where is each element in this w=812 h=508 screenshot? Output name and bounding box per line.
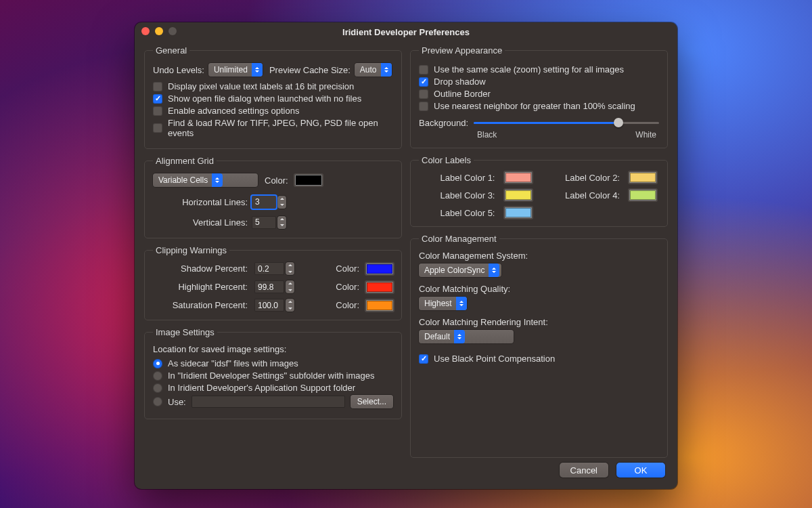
nearest-neighbor-label: Use nearest neighbor for greater than 10… bbox=[434, 101, 635, 111]
saturation-percent-field[interactable]: 100.0 bbox=[254, 299, 325, 312]
shadow-percent-value: 0.2 bbox=[254, 262, 284, 275]
location-subfolder-label: In "Iridient Developer Settings" subfold… bbox=[168, 371, 375, 381]
pixel-precision-label: Display pixel value text labels at 16 bi… bbox=[168, 81, 354, 91]
shadow-color-swatch[interactable] bbox=[366, 263, 393, 274]
chevron-updown-icon bbox=[381, 63, 392, 77]
cache-size-label: Preview Cache Size: bbox=[269, 65, 351, 75]
cm-system-value: Apple ColorSync bbox=[424, 266, 484, 275]
nearest-neighbor-checkbox[interactable] bbox=[419, 102, 428, 111]
shadow-percent-label: Shadow Percent: bbox=[153, 263, 248, 274]
advanced-settings-checkbox[interactable] bbox=[153, 106, 162, 116]
vlines-field[interactable]: 5 bbox=[252, 216, 286, 229]
drop-shadow-label: Drop shadow bbox=[434, 77, 486, 87]
window-controls bbox=[141, 27, 177, 35]
saturation-color-swatch[interactable] bbox=[366, 300, 393, 311]
shadow-stepper[interactable] bbox=[286, 262, 294, 275]
grid-color-label: Color: bbox=[265, 175, 288, 186]
location-subfolder-radio[interactable] bbox=[153, 371, 162, 381]
label-color-5-swatch[interactable] bbox=[505, 207, 532, 218]
cm-system-label: Color Management System: bbox=[419, 251, 659, 261]
alignment-grid-group: Alignment Grid Variable Cells Color: Hor… bbox=[144, 156, 402, 238]
outline-border-label: Outline Border bbox=[434, 89, 491, 99]
hlines-label: Horizontal Lines: bbox=[153, 197, 248, 207]
color-management-group: Color Management Color Management System… bbox=[410, 234, 668, 458]
slider-min-label: Black bbox=[477, 130, 497, 140]
show-open-dialog-checkbox[interactable] bbox=[153, 94, 162, 104]
saturation-stepper[interactable] bbox=[286, 299, 294, 312]
location-custom-path-field[interactable] bbox=[191, 396, 345, 408]
highlight-percent-value: 99.8 bbox=[254, 280, 284, 293]
label-color-4-swatch[interactable] bbox=[629, 190, 656, 200]
undo-levels-popup[interactable]: Unlimited bbox=[208, 63, 263, 77]
chevron-updown-icon bbox=[212, 173, 223, 187]
cm-intent-label: Color Matching Rendering Intent: bbox=[419, 317, 659, 327]
shadow-percent-field[interactable]: 0.2 bbox=[254, 262, 325, 275]
close-icon[interactable] bbox=[141, 27, 150, 35]
chevron-updown-icon bbox=[489, 263, 499, 277]
preferences-window: Iridient Developer Preferences General U… bbox=[135, 22, 677, 489]
cm-intent-popup[interactable]: Default bbox=[419, 330, 514, 343]
saturation-percent-label: Saturation Percent: bbox=[153, 300, 248, 310]
clipping-legend: Clipping Warnings bbox=[153, 245, 229, 255]
cache-size-value: Auto bbox=[360, 65, 377, 75]
highlight-stepper[interactable] bbox=[286, 280, 294, 293]
cancel-button[interactable]: Cancel bbox=[560, 463, 608, 478]
label-color-4-label: Label Color 4: bbox=[544, 190, 621, 200]
dialog-footer: Cancel OK bbox=[135, 458, 677, 489]
undo-levels-value: Unlimited bbox=[214, 65, 248, 75]
preview-legend: Preview Appearance bbox=[419, 45, 505, 56]
zoom-icon[interactable] bbox=[168, 27, 177, 35]
vlines-label: Vertical Lines: bbox=[153, 217, 248, 228]
label-color-1-label: Label Color 1: bbox=[419, 173, 495, 183]
slider-knob-icon[interactable] bbox=[614, 118, 623, 127]
find-load-raw-label: Find & load RAW for TIFF, JPEG, PNG, PSD… bbox=[168, 118, 393, 138]
vlines-stepper[interactable] bbox=[277, 216, 286, 229]
location-sidecar-radio[interactable] bbox=[153, 359, 162, 368]
color-labels-legend: Color Labels bbox=[419, 155, 474, 165]
highlight-percent-field[interactable]: 99.8 bbox=[254, 280, 325, 293]
preview-appearance-group: Preview Appearance Use the same scale (z… bbox=[410, 45, 668, 148]
cache-size-popup[interactable]: Auto bbox=[355, 63, 392, 77]
cm-quality-popup[interactable]: Highest bbox=[419, 297, 467, 310]
label-color-2-label: Label Color 2: bbox=[544, 173, 621, 183]
location-custom-radio[interactable] bbox=[153, 397, 162, 406]
label-color-3-swatch[interactable] bbox=[505, 190, 532, 200]
label-color-1-swatch[interactable] bbox=[505, 172, 532, 183]
undo-levels-label: Undo Levels: bbox=[153, 65, 204, 75]
grid-color-swatch[interactable] bbox=[295, 175, 322, 186]
location-appsupport-radio[interactable] bbox=[153, 383, 162, 393]
window-title: Iridient Developer Preferences bbox=[135, 27, 677, 37]
find-load-raw-checkbox[interactable] bbox=[153, 123, 162, 133]
chevron-updown-icon bbox=[252, 63, 263, 77]
saturation-color-label: Color: bbox=[332, 300, 359, 310]
background-label: Background: bbox=[419, 118, 468, 128]
background-slider[interactable] bbox=[474, 116, 659, 129]
hlines-field[interactable]: 3 bbox=[252, 196, 286, 209]
minimize-icon[interactable] bbox=[155, 27, 163, 35]
pixel-precision-checkbox[interactable] bbox=[153, 82, 162, 91]
same-scale-checkbox[interactable] bbox=[419, 65, 428, 75]
outline-border-checkbox[interactable] bbox=[419, 89, 428, 99]
location-sidecar-label: As sidecar "idsf" files with images bbox=[168, 358, 298, 368]
label-color-2-swatch[interactable] bbox=[629, 172, 656, 183]
cm-quality-value: Highest bbox=[424, 299, 452, 308]
vlines-value: 5 bbox=[252, 216, 276, 229]
grid-type-popup[interactable]: Variable Cells bbox=[153, 173, 258, 187]
image-settings-group: Image Settings Location for saved image … bbox=[144, 327, 402, 419]
location-label: Location for saved image settings: bbox=[153, 344, 393, 354]
alignment-legend: Alignment Grid bbox=[153, 156, 217, 166]
color-management-legend: Color Management bbox=[419, 234, 499, 244]
ok-button[interactable]: OK bbox=[616, 463, 665, 478]
hlines-stepper[interactable] bbox=[277, 196, 286, 209]
cm-system-popup[interactable]: Apple ColorSync bbox=[419, 263, 501, 277]
color-labels-group: Color Labels Label Color 1: Label Color … bbox=[410, 155, 668, 227]
drop-shadow-checkbox[interactable] bbox=[419, 77, 428, 87]
label-color-3-label: Label Color 3: bbox=[419, 190, 495, 200]
cm-quality-label: Color Matching Quality: bbox=[419, 284, 659, 294]
general-legend: General bbox=[153, 45, 189, 56]
black-point-checkbox[interactable] bbox=[419, 354, 428, 364]
highlight-color-swatch[interactable] bbox=[366, 282, 393, 293]
select-button[interactable]: Select... bbox=[351, 395, 393, 408]
location-appsupport-label: In Iridient Developer's Application Supp… bbox=[168, 383, 355, 393]
slider-max-label: White bbox=[635, 130, 656, 140]
